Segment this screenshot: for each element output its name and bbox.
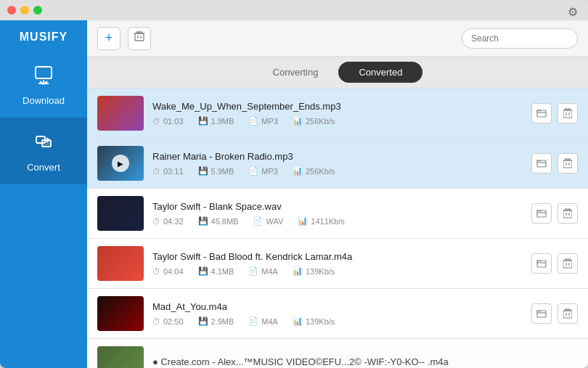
svg-rect-20 <box>537 160 546 167</box>
convert-icon <box>33 131 54 156</box>
file-size: 💾 45.8MB <box>198 216 239 226</box>
file-duration: ⏱ 01:03 <box>152 117 184 126</box>
file-actions <box>531 253 578 274</box>
file-actions <box>531 103 578 123</box>
title-bar: ⚙ <box>0 0 588 20</box>
play-icon: ▶ <box>112 155 129 172</box>
delete-file-button[interactable] <box>558 303 578 324</box>
file-actions <box>531 303 578 324</box>
delete-file-button[interactable] <box>558 203 578 224</box>
file-thumbnail <box>97 96 144 131</box>
file-thumbnail <box>97 196 144 231</box>
size-icon: 💾 <box>198 116 208 126</box>
file-duration: ⏱ 03:11 <box>152 167 184 176</box>
file-bitrate: 📊 139Kb/s <box>293 266 335 276</box>
file-format: 📄 MP3 <box>248 116 278 126</box>
file-format: 📄 M4A <box>248 266 278 276</box>
open-folder-button[interactable] <box>531 153 552 173</box>
settings-icon[interactable]: ⚙ <box>568 6 578 18</box>
sidebar-item-convert[interactable]: Convert <box>0 118 87 184</box>
bitrate-icon: 📊 <box>293 316 303 326</box>
svg-rect-28 <box>537 210 546 217</box>
add-button[interactable]: + <box>97 27 121 50</box>
svg-rect-13 <box>563 110 572 118</box>
file-item: ● Create.com - Alex...™MUSIC VIDEO©EFU..… <box>87 339 588 368</box>
close-button[interactable] <box>7 6 16 15</box>
format-icon: 📄 <box>248 316 258 326</box>
svg-rect-29 <box>563 210 572 218</box>
format-icon: 📄 <box>253 216 263 226</box>
sidebar-item-download[interactable]: Download <box>0 51 87 118</box>
file-size: 💾 5.9MB <box>198 166 234 176</box>
file-bitrate: 📊 256Kb/s <box>293 116 335 126</box>
svg-rect-0 <box>36 67 52 78</box>
main-content: + <box>87 20 588 368</box>
file-format: 📄 M4A <box>248 316 278 326</box>
file-size: 💾 1.9MB <box>198 116 234 126</box>
maximize-button[interactable] <box>33 6 42 15</box>
file-meta: ⏱ 03:11 💾 5.9MB 📄 MP3 <box>152 166 523 176</box>
bitrate-icon: 📊 <box>298 216 308 226</box>
size-icon: 💾 <box>198 266 208 276</box>
file-actions <box>531 153 578 173</box>
file-meta: ⏱ 02:50 💾 2.9MB 📄 M4A <box>152 316 523 326</box>
tab-converted[interactable]: Converted <box>338 62 422 83</box>
file-format: 📄 WAV <box>253 216 283 226</box>
file-thumbnail: ▶ <box>97 146 144 181</box>
file-info: Taylor Swift - Bad Blood ft. Kendrick La… <box>152 251 523 276</box>
convert-label: Convert <box>27 162 60 173</box>
delete-file-button[interactable] <box>558 153 578 173</box>
open-folder-button[interactable] <box>531 253 552 274</box>
file-bitrate: 📊 256Kb/s <box>293 166 335 176</box>
file-name: Rainer Maria - Broken Radio.mp3 <box>152 151 523 162</box>
open-folder-button[interactable] <box>531 303 552 324</box>
file-thumbnail <box>97 296 144 331</box>
file-format: 📄 MP3 <box>248 166 278 176</box>
file-info: Wake_Me_Up_When_September_Ends.mp3 ⏱ 01:… <box>152 101 523 126</box>
file-info: ● Create.com - Alex...™MUSIC VIDEO©EFU..… <box>152 356 578 369</box>
file-name: Taylor Swift - Blank Space.wav <box>152 201 523 212</box>
size-icon: 💾 <box>198 216 208 226</box>
app-window: ⚙ MUSIFY Download <box>0 0 588 368</box>
search-input[interactable] <box>462 28 578 49</box>
format-icon: 📄 <box>248 266 258 276</box>
file-size: 💾 2.9MB <box>198 316 234 326</box>
delete-file-button[interactable] <box>558 103 578 123</box>
svg-rect-44 <box>537 311 546 317</box>
size-icon: 💾 <box>198 166 208 176</box>
file-item: ▶ Rainer Maria - Broken Radio.mp3 ⏱ 03:1… <box>87 139 588 189</box>
file-duration: ⏱ 04:32 <box>152 217 184 226</box>
svg-rect-21 <box>563 160 572 168</box>
open-folder-button[interactable] <box>531 203 552 224</box>
svg-rect-36 <box>537 261 546 267</box>
file-meta: ⏱ 04:32 💾 45.8MB 📄 WAV <box>152 216 523 226</box>
file-duration: ⏱ 04:04 <box>152 267 184 276</box>
app-body: MUSIFY Download <box>0 20 588 368</box>
file-info: Rainer Maria - Broken Radio.mp3 ⏱ 03:11 … <box>152 151 523 176</box>
bitrate-icon: 📊 <box>293 116 303 126</box>
file-item: Wake_Me_Up_When_September_Ends.mp3 ⏱ 01:… <box>87 89 588 139</box>
delete-file-button[interactable] <box>558 253 578 274</box>
sidebar: MUSIFY Download <box>0 20 87 368</box>
tab-converting[interactable]: Converting <box>253 62 339 83</box>
file-meta: ⏱ 04:04 💾 4.1MB 📄 M4A <box>152 266 523 276</box>
app-logo: MUSIFY <box>20 20 68 51</box>
clock-icon: ⏱ <box>152 317 160 326</box>
size-icon: 💾 <box>198 316 208 326</box>
toolbar: + <box>87 20 588 57</box>
format-icon: 📄 <box>248 116 258 126</box>
bitrate-icon: 📊 <box>293 166 303 176</box>
plus-icon: + <box>105 30 113 46</box>
file-list: Wake_Me_Up_When_September_Ends.mp3 ⏱ 01:… <box>87 89 588 368</box>
delete-all-button[interactable] <box>128 27 151 50</box>
file-thumbnail <box>97 246 144 281</box>
open-folder-button[interactable] <box>531 103 552 123</box>
file-meta: ⏱ 01:03 💾 1.9MB 📄 MP3 <box>152 116 523 126</box>
bitrate-icon: 📊 <box>293 266 303 276</box>
clock-icon: ⏱ <box>152 267 160 276</box>
file-thumbnail <box>97 346 144 368</box>
minimize-button[interactable] <box>20 6 29 15</box>
tab-bar: Converting Converted <box>87 57 588 89</box>
file-actions <box>531 203 578 224</box>
file-item: Taylor Swift - Blank Space.wav ⏱ 04:32 💾… <box>87 189 588 239</box>
